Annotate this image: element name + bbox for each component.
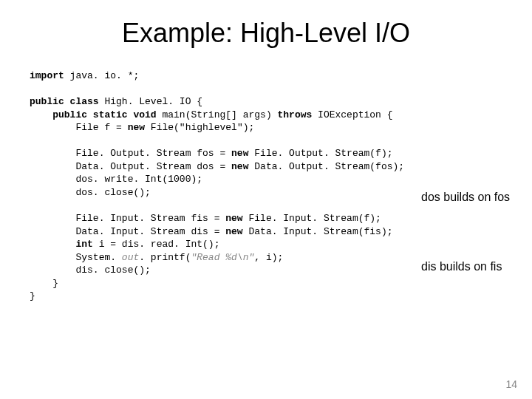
code-text: File("highlevel"); <box>151 122 254 133</box>
code-string: "Read %d\n" <box>191 252 254 263</box>
annotation-dis: dis builds on fis <box>421 260 502 273</box>
code-kw: int <box>75 239 98 250</box>
code-text: . printf( <box>139 252 191 263</box>
code-text: File. Output. Stream(f); <box>254 148 392 159</box>
slide: Example: High-Level I/O import java. io.… <box>0 0 532 399</box>
page-number: 14 <box>505 378 517 390</box>
code-kw: new <box>225 213 248 224</box>
code-kw: new <box>231 148 254 159</box>
code-kw: new <box>128 122 151 133</box>
code-text: High. Level. IO { <box>104 96 202 107</box>
code-kw: import <box>30 70 64 81</box>
slide-title: Example: High-Level I/O <box>0 0 532 69</box>
code-kw: new <box>231 161 254 172</box>
code-text: System. <box>75 252 121 263</box>
code-kw: throws <box>277 109 318 120</box>
code-text: File. Input. Stream fis = <box>75 213 225 224</box>
code-text: } <box>30 290 35 301</box>
code-static: out <box>122 252 139 263</box>
code-text: File f = <box>75 122 127 133</box>
code-text: File. Output. Stream fos = <box>75 148 231 159</box>
code-kw: new <box>225 226 248 237</box>
code-text: main(String[] args) <box>162 109 277 120</box>
code-text: java. io. *; <box>64 70 139 81</box>
code-text: Data. Output. Stream dos = <box>75 161 231 172</box>
code-text: IOException { <box>318 109 392 120</box>
code-text: i = dis. read. Int(); <box>99 239 220 250</box>
code-text: dis. close(); <box>75 265 150 276</box>
code-text: } <box>52 278 58 289</box>
code-text: Data. Input. Stream dis = <box>75 226 225 237</box>
code-text: , i); <box>254 252 283 263</box>
code-text: dos. write. Int(1000); <box>75 174 202 185</box>
code-text: dos. close(); <box>75 187 150 198</box>
code-kw: public class <box>30 96 104 107</box>
annotation-dos: dos builds on fos <box>421 191 510 204</box>
code-text: Data. Output. Stream(fos); <box>254 161 404 172</box>
code-kw: public static void <box>52 109 162 120</box>
code-text: Data. Input. Stream(fis); <box>248 226 392 237</box>
code-text: File. Input. Stream(f); <box>248 213 381 224</box>
